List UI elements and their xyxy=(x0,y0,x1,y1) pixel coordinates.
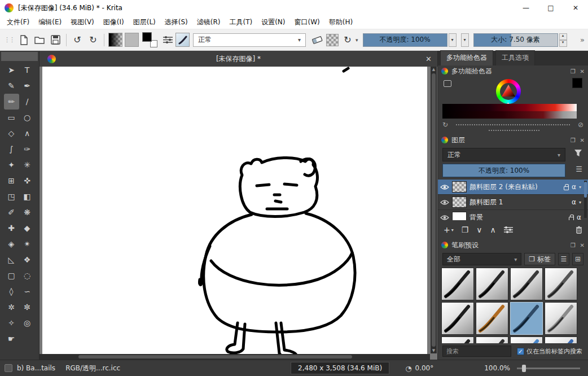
opacity-dropdown-button[interactable]: ▾ xyxy=(449,33,457,47)
brush-preset-thumbnail[interactable] xyxy=(476,268,508,300)
layer-options-menu-icon[interactable]: ☰ xyxy=(576,165,582,173)
line-tool[interactable]: ∕ xyxy=(20,94,35,110)
polygon-select-tool[interactable]: ◊ xyxy=(4,283,19,299)
polygon-tool[interactable]: ◇ xyxy=(4,125,19,141)
canvas-vertical-scrollbar[interactable]: ▲ ▼ xyxy=(431,67,437,353)
freehand-brush-tool[interactable]: ✏ xyxy=(4,94,19,110)
scroll-up-icon[interactable]: ▲ xyxy=(431,67,437,72)
reference-images-tool[interactable]: ❖ xyxy=(20,252,35,268)
close-docker-icon[interactable]: ✕ xyxy=(580,68,585,75)
lock-icon[interactable] xyxy=(569,217,574,221)
redo-button[interactable]: ↻ xyxy=(86,33,100,47)
layer-blend-mode-dropdown[interactable]: 正常 ▾ xyxy=(442,148,565,161)
close-docker-icon[interactable]: ✕ xyxy=(580,242,585,248)
blending-mode-dropdown[interactable]: 正常 ▾ xyxy=(193,33,306,47)
canvas-rotation-icon[interactable]: ◔ xyxy=(405,364,411,373)
bezier-curve-tool[interactable]: ∫ xyxy=(4,141,19,157)
add-layer-button[interactable]: +▾ xyxy=(444,225,454,234)
duplicate-layer-button[interactable]: ❐ xyxy=(462,225,469,234)
toolbar-overflow-icon[interactable]: » xyxy=(580,36,586,44)
transform-tool[interactable]: ⊞ xyxy=(4,173,19,189)
brush-preset-thumbnail[interactable] xyxy=(545,302,577,335)
similar-select-tool[interactable]: ✲ xyxy=(4,299,19,315)
grid-view-icon[interactable]: ⊞ xyxy=(572,253,583,265)
brush-preset-thumbnail[interactable] xyxy=(510,268,543,300)
brush-preset-thumbnail[interactable] xyxy=(510,336,543,343)
choose-brush-preset-button[interactable] xyxy=(175,33,190,47)
delete-layer-button[interactable] xyxy=(576,226,582,234)
layer-row[interactable]: 颜料图层 2 (来自粘贴) α ▾ xyxy=(438,180,588,195)
brush-preset-thumbnail[interactable] xyxy=(441,336,474,343)
edit-shapes-tool[interactable]: ✎ xyxy=(4,78,19,94)
freehand-select-tool[interactable]: ∽ xyxy=(20,283,35,299)
brush-preset-thumbnail[interactable] xyxy=(441,268,474,300)
canvas-tab-close-icon[interactable]: ✕ xyxy=(425,55,432,63)
size-preset-dropdown-button[interactable]: ▾ xyxy=(461,33,469,47)
maximize-button[interactable]: □ xyxy=(538,0,563,16)
zoom-slider-thumb[interactable] xyxy=(522,365,526,372)
canvas-tab[interactable]: [未保存图像] * ✕ xyxy=(40,51,437,67)
brush-menu-icon[interactable]: ☰ xyxy=(558,253,569,265)
preserve-alpha-button[interactable] xyxy=(326,34,339,46)
rect-select-tool[interactable]: ▢ xyxy=(4,268,19,283)
menu-item[interactable]: 窗口(W) xyxy=(290,16,324,29)
toolbar-drag-handle[interactable]: ⋮⋮ xyxy=(4,36,14,43)
zoom-tool[interactable]: ◎ xyxy=(20,315,35,331)
text-tool[interactable]: T xyxy=(20,62,35,78)
minimize-button[interactable]: — xyxy=(514,0,538,16)
brush-preset-thumbnail[interactable] xyxy=(441,302,474,335)
menu-item[interactable]: 图层(L) xyxy=(129,16,160,29)
search-in-tag-checkbox[interactable]: ✓ xyxy=(517,348,524,355)
visibility-eye-icon[interactable] xyxy=(440,184,449,190)
no-color-icon[interactable]: ⊘ xyxy=(578,121,583,129)
menu-item[interactable]: 设置(N) xyxy=(257,16,289,29)
layer-properties-button[interactable] xyxy=(504,226,513,233)
float-docker-icon[interactable]: ❐ xyxy=(571,137,576,143)
polyline-tool[interactable]: ∧ xyxy=(20,125,35,141)
layer-row[interactable]: 背景 α xyxy=(438,210,588,220)
reload-caret-icon[interactable]: ▾ xyxy=(356,37,358,43)
color-triangle[interactable] xyxy=(500,83,517,100)
layer-opacity-slider[interactable]: 不透明度: 100% xyxy=(442,164,565,177)
brush-preset-thumbnail[interactable] xyxy=(545,336,577,343)
zoom-slider[interactable] xyxy=(517,368,580,369)
layer-row[interactable]: 颜料图层 1 α ▾ xyxy=(438,195,588,210)
shade-gradient-slider[interactable] xyxy=(442,111,577,119)
foreground-color-swatch[interactable] xyxy=(142,32,152,42)
brush-size-slider[interactable]: 大小: 7.50 像素 xyxy=(473,33,558,47)
vertical-scroll-thumb[interactable] xyxy=(432,73,436,347)
alpha-lock-icon[interactable]: α xyxy=(577,213,581,220)
tab-tool-options[interactable]: 工具选项 xyxy=(495,50,535,65)
canvas[interactable] xyxy=(42,67,427,360)
lock-icon[interactable] xyxy=(564,186,569,190)
move-tool[interactable]: ✜ xyxy=(20,173,35,189)
brush-preset-thumbnail[interactable] xyxy=(476,336,508,343)
undo-button[interactable]: ↺ xyxy=(70,33,85,47)
menu-item[interactable]: 选择(S) xyxy=(160,16,192,29)
horizontal-scroll-thumb[interactable] xyxy=(78,355,352,358)
float-docker-icon[interactable]: ❐ xyxy=(571,68,576,75)
close-docker-icon[interactable]: ✕ xyxy=(580,137,585,143)
calligraphy-tool[interactable]: ✒ xyxy=(20,78,35,94)
move-layer-up-button[interactable]: ∧ xyxy=(490,225,496,234)
opacity-slider[interactable]: 不透明度: 100% xyxy=(363,33,447,47)
eraser-mode-button[interactable] xyxy=(310,33,324,47)
visibility-eye-icon[interactable] xyxy=(440,215,449,221)
assistants-tool[interactable]: ✴ xyxy=(20,236,35,252)
shape-select-tool[interactable]: ➤ xyxy=(4,62,19,78)
docker-splitter[interactable] xyxy=(489,130,539,131)
menu-item[interactable]: 帮助(H) xyxy=(324,16,357,29)
float-docker-icon[interactable]: ❐ xyxy=(571,242,576,248)
reload-preset-button[interactable]: ↻ xyxy=(340,33,355,47)
gradient-chooser-button[interactable] xyxy=(108,33,122,47)
ellipse-select-tool[interactable]: ◌ xyxy=(20,268,35,283)
multibrush-tool[interactable]: ✳ xyxy=(20,157,35,173)
brush-tag-dropdown[interactable]: 全部 ▾ xyxy=(442,253,521,265)
alpha-lock-icon[interactable]: α xyxy=(572,183,576,191)
brush-preset-chip[interactable] xyxy=(5,364,12,372)
smart-patch-tool[interactable]: ✚ xyxy=(4,220,19,236)
save-button[interactable] xyxy=(48,33,63,47)
brush-preset-thumbnail[interactable] xyxy=(510,302,543,335)
move-layer-down-button[interactable]: ∨ xyxy=(476,225,482,234)
freehand-path-tool[interactable]: ✑ xyxy=(20,141,35,157)
